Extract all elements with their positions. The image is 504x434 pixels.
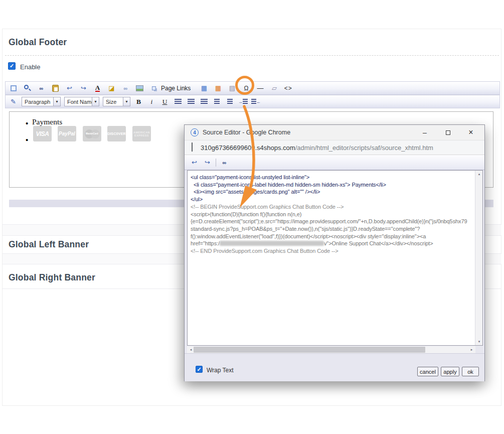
check-icon: ✓ xyxy=(197,366,201,372)
font-name-dropdown[interactable]: Font Name▾ xyxy=(64,97,99,106)
code-line: f():window.addEventListener("load",f)})(… xyxy=(191,233,474,240)
link-icon[interactable]: ∞ xyxy=(121,83,130,93)
visa-card-image: VISA xyxy=(33,126,52,141)
chevron-down-icon: ▾ xyxy=(123,97,130,106)
window-title: Source Editor - Google Chrome xyxy=(203,129,413,136)
scroll-right-icon[interactable]: ▸ xyxy=(468,346,475,353)
undo-icon[interactable]: ↩ xyxy=(65,83,74,93)
maximize-button[interactable] xyxy=(440,126,455,139)
horizontal-rule-icon[interactable]: — xyxy=(255,83,265,93)
lock-icon xyxy=(192,143,196,152)
code-line: href="https:/v">Online Support Chat</a><… xyxy=(191,240,474,247)
image-icon[interactable] xyxy=(135,83,144,93)
list-bullet: • xyxy=(26,119,28,127)
preview-icon[interactable] xyxy=(23,83,32,93)
payments-label: Payments xyxy=(32,117,62,126)
code-line: <li><img src="assets/images/cards.png" a… xyxy=(191,188,474,196)
indent-icon[interactable]: → xyxy=(238,97,248,106)
list-bullet: • xyxy=(26,135,28,144)
mastercard-card-image: MasterCard xyxy=(83,126,101,141)
find-icon[interactable]: ∞ xyxy=(220,158,229,167)
url-bar[interactable]: 310g67366699609.s4shops.com/admin/html_e… xyxy=(185,140,484,155)
page-title: Global Footer xyxy=(9,37,67,48)
section-title-global-left-banner: Global Left Banner xyxy=(9,239,89,250)
code-line: standard-sync.js?ps_h=POAB&ps_t="+Date.n… xyxy=(191,225,474,233)
chrome-favicon-icon: 4 xyxy=(191,128,199,136)
chevron-down-icon: ▾ xyxy=(53,97,60,106)
paragraph-dropdown[interactable]: Paragraph▾ xyxy=(22,97,61,106)
horizontal-scrollbar[interactable]: ◂ ▸ xyxy=(187,346,475,353)
paypal-card-image: PayPal xyxy=(58,126,76,141)
source-code-textarea[interactable]: <ul class="payment-icons list-unstyled l… xyxy=(187,170,483,346)
toolbar-separator xyxy=(216,159,216,167)
source-code: <ul class="payment-icons list-unstyled l… xyxy=(191,174,474,255)
align-right-icon[interactable] xyxy=(199,97,209,106)
code-line: <li class="payment-icons-label hidden-md… xyxy=(191,181,474,189)
page-link-icon[interactable] xyxy=(149,83,158,93)
source-editor-window: 4 Source Editor - Google Chrome – × 310g… xyxy=(184,124,485,381)
source-code-icon[interactable]: <> xyxy=(283,83,293,93)
code-line: {e=D.createElement("script");e.src="http… xyxy=(191,218,474,225)
wrap-text-label: Wrap Text xyxy=(207,367,234,374)
edit-pencil-icon[interactable]: ✎ xyxy=(9,97,18,106)
redacted-url xyxy=(220,241,324,246)
align-left-icon[interactable] xyxy=(173,97,183,106)
apply-button[interactable]: apply xyxy=(441,367,459,376)
scrollbar-thumb[interactable] xyxy=(194,347,425,353)
find-icon[interactable]: ∞ xyxy=(37,83,46,93)
page-links-button[interactable]: Page Links xyxy=(161,85,191,92)
undo-icon[interactable]: ↩ xyxy=(190,158,199,167)
wrap-text-checkbox[interactable]: ✓ xyxy=(196,366,203,373)
ordered-list-icon[interactable] xyxy=(212,97,222,106)
source-editor-toolbar: ↩ ↪ ∞ xyxy=(185,155,484,170)
font-color-icon[interactable]: A xyxy=(93,83,102,93)
cancel-button[interactable]: cancel xyxy=(417,367,438,376)
bold-button[interactable]: B xyxy=(134,97,143,106)
popup-footer: ✓ Wrap Text cancel apply ok xyxy=(185,353,484,381)
check-icon: ✓ xyxy=(10,63,14,69)
ok-button[interactable]: ok xyxy=(462,367,479,376)
code-line: </ul> xyxy=(191,196,474,203)
close-button[interactable]: × xyxy=(463,126,478,139)
italic-button[interactable]: i xyxy=(147,97,156,106)
fullscreen-icon[interactable] xyxy=(9,83,18,93)
paste-icon[interactable] xyxy=(51,83,60,93)
vertical-scrollbar[interactable]: ▴ ▾ xyxy=(475,171,482,345)
scrollbar-corner xyxy=(475,346,483,353)
window-titlebar[interactable]: 4 Source Editor - Google Chrome – × xyxy=(185,125,484,140)
underline-button[interactable]: U xyxy=(160,97,170,106)
code-line: <!-- BEGIN ProvideSupport.com Graphics C… xyxy=(191,203,474,211)
page-url: 310g67366699609.s4shops.com/admin/html_e… xyxy=(201,144,433,152)
chevron-down-icon: ▾ xyxy=(92,97,99,106)
scroll-up-icon[interactable]: ▴ xyxy=(475,171,483,178)
outdent-icon[interactable]: ← xyxy=(251,97,261,106)
unordered-list-icon[interactable] xyxy=(225,97,235,106)
code-line: <script>(function(D){function f(){functi… xyxy=(191,211,474,218)
annotation-circle xyxy=(235,76,254,95)
enable-checkbox[interactable]: ✓ xyxy=(8,62,16,70)
redo-icon[interactable]: ↪ xyxy=(79,83,88,93)
eraser-icon[interactable]: ▱ xyxy=(269,83,279,93)
align-center-icon[interactable] xyxy=(186,97,196,106)
code-line: <!-- END ProvideSupport.com Graphics Cha… xyxy=(191,247,474,255)
scroll-down-icon[interactable]: ▾ xyxy=(475,338,483,345)
section-title-global-right-banner: Global Right Banner xyxy=(9,272,95,283)
minimize-button[interactable]: – xyxy=(417,126,432,139)
size-dropdown[interactable]: Size▾ xyxy=(103,97,130,106)
enable-label: Enable xyxy=(20,63,40,71)
discover-card-image: DISC0VER xyxy=(107,126,126,141)
highlight-icon[interactable]: ◪ xyxy=(107,83,116,93)
code-line: <ul class="payment-icons list-unstyled l… xyxy=(191,174,474,181)
amex-card-image: AMERICANEXPRESS xyxy=(132,126,151,141)
table-icon[interactable]: ▦ xyxy=(199,83,209,93)
editor-toolbar-row2: ✎ Paragraph▾ Font Name▾ Size▾ B i U → ← xyxy=(5,95,500,108)
table-edit-icon[interactable]: ▦ xyxy=(213,83,223,93)
redo-icon[interactable]: ↪ xyxy=(203,158,212,167)
divider xyxy=(5,55,499,56)
